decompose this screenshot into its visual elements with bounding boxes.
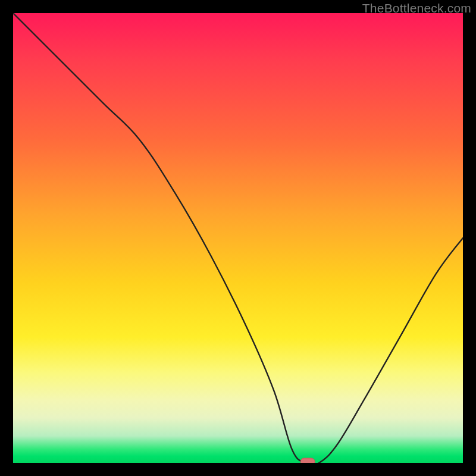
plot-area — [13, 13, 463, 463]
attribution-text: TheBottleneck.com — [362, 1, 471, 15]
curve-layer — [13, 13, 463, 463]
bottleneck-chart: TheBottleneck.com — [0, 0, 476, 476]
optimal-point-marker — [300, 458, 315, 463]
bottleneck-curve — [13, 13, 463, 463]
